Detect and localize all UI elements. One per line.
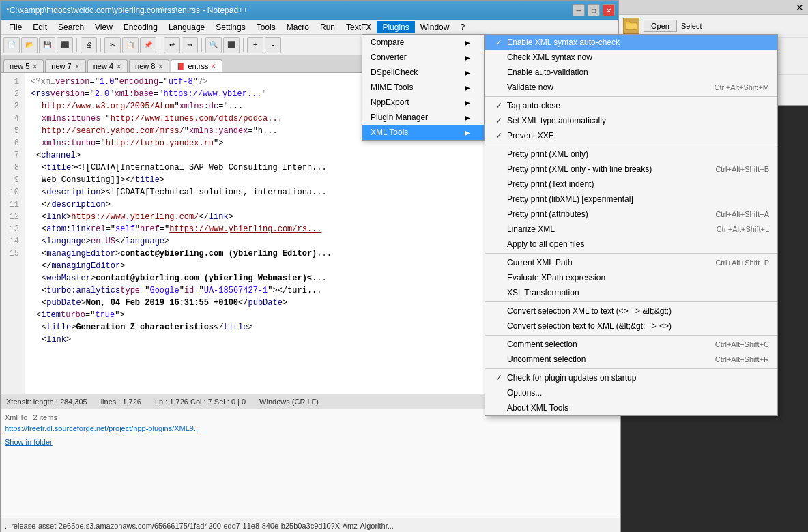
xml-enable-syntax-check[interactable]: ✓ Enable XML syntax auto-check	[485, 35, 777, 50]
separator-5	[243, 38, 244, 52]
menu-file[interactable]: File	[3, 21, 27, 33]
paste-btn[interactable]: 📌	[140, 37, 156, 53]
plugins-xml-tools[interactable]: XML Tools ▶	[362, 125, 484, 140]
tab-enrss[interactable]: 📕 en.rss ✕	[171, 59, 222, 72]
xml-pretty-print-breaks[interactable]: Pretty print (XML only - with line break…	[485, 162, 777, 177]
xml-prevent-xxe[interactable]: ✓ Prevent XXE	[485, 128, 777, 143]
menu-run[interactable]: Run	[315, 21, 341, 33]
plugins-dspellcheck[interactable]: DSpellCheck ▶	[362, 65, 484, 80]
replace-btn[interactable]: ⬛	[223, 37, 240, 53]
menu-window[interactable]: Window	[415, 21, 455, 33]
xml-comment-selection[interactable]: Comment selection Ctrl+Alt+Shift+C	[485, 337, 777, 352]
tab-new8-close[interactable]: ✕	[158, 63, 163, 70]
open-icon	[623, 18, 639, 34]
encoding-info: Windows (CR LF)	[259, 398, 319, 406]
plugins-nppexport[interactable]: NppExport ▶	[362, 95, 484, 110]
menu-plugins[interactable]: Plugins	[377, 21, 414, 33]
separator-1	[76, 38, 77, 52]
menu-tools[interactable]: Tools	[251, 21, 281, 33]
xml-enable-validation[interactable]: Enable auto-validation	[485, 65, 777, 80]
xml-xsl-transform[interactable]: XSL Transformation	[485, 285, 777, 300]
xml-sep-1	[485, 96, 777, 97]
plugins-xml-tools-label: XML Tools	[371, 128, 408, 137]
xml-linarize[interactable]: Linarize XML Ctrl+Alt+Shift+L	[485, 222, 777, 237]
menu-textfx[interactable]: TextFX	[341, 21, 377, 33]
menu-encoding[interactable]: Encoding	[118, 21, 163, 33]
open-button[interactable]: Open	[644, 20, 677, 32]
xml-tag-autoclose[interactable]: ✓ Tag auto-close	[485, 98, 777, 113]
tab-new5[interactable]: new 5 ✕	[3, 59, 44, 72]
line-numbers: 1 2 3 4 5 6 7 8 9 10 11 12 13 14 15	[1, 73, 25, 394]
xml-check-now[interactable]: Check XML syntax now	[485, 50, 777, 65]
menu-macro[interactable]: Macro	[281, 21, 315, 33]
validation-label: Enable auto-validation	[507, 68, 769, 77]
linarize-shortcut: Ctrl+Alt+Shift+L	[717, 225, 769, 233]
separator-2	[100, 38, 101, 52]
pp-attrs-label: Pretty print (attributes)	[507, 209, 702, 219]
menu-edit[interactable]: Edit	[27, 21, 53, 33]
menu-help[interactable]: ?	[454, 21, 470, 33]
tab-enrss-close[interactable]: ✕	[211, 63, 216, 70]
save-btn[interactable]: 💾	[39, 37, 55, 53]
copy-btn[interactable]: 📋	[122, 37, 139, 53]
zoom-out-btn[interactable]: -	[265, 37, 281, 53]
maximize-button[interactable]: □	[588, 4, 600, 16]
show-in-folder-link[interactable]: Show in folder	[5, 438, 53, 446]
zoom-in-btn[interactable]: +	[247, 37, 263, 53]
xml-pretty-print-attrs[interactable]: Pretty print (attributes) Ctrl+Alt+Shift…	[485, 207, 777, 222]
menu-view[interactable]: View	[89, 21, 118, 33]
tab-new4-close[interactable]: ✕	[116, 63, 121, 70]
xml-convert-to-xml[interactable]: Convert selection text to XML (&lt;&gt; …	[485, 319, 777, 334]
xml-pretty-print-only[interactable]: Pretty print (XML only)	[485, 147, 777, 162]
tab-new7-close[interactable]: ✕	[74, 63, 80, 70]
plugins-compare[interactable]: Compare ▶	[362, 35, 484, 50]
xml-validate-now[interactable]: Validate now Ctrl+Alt+Shift+M	[485, 80, 777, 95]
open-btn[interactable]: 📂	[21, 37, 38, 53]
close-button[interactable]: ✕	[603, 4, 615, 16]
xml-pretty-print-libxml[interactable]: Pretty print (libXML) [experimental]	[485, 192, 777, 207]
validate-now-shortcut: Ctrl+Alt+Shift+M	[715, 83, 769, 91]
xml-pretty-print-text[interactable]: Pretty print (Text indent)	[485, 177, 777, 192]
find-btn[interactable]: 🔍	[205, 37, 222, 53]
syntax-check-checkmark: ✓	[493, 38, 504, 47]
xml-apply-all[interactable]: Apply to all open files	[485, 237, 777, 252]
download-link[interactable]: https://freefr.dl.sourceforge.net/projec…	[5, 424, 200, 432]
menu-search[interactable]: Search	[53, 21, 89, 33]
xml-current-path[interactable]: Current XML Path Ctrl+Alt+Shift+P	[485, 255, 777, 270]
tab-new5-close[interactable]: ✕	[32, 63, 38, 70]
cut-btn[interactable]: ✂	[104, 37, 121, 53]
tab-new7[interactable]: new 7 ✕	[45, 59, 85, 72]
dspellcheck-arrow-icon: ▶	[465, 69, 470, 76]
menu-language[interactable]: Language	[163, 21, 210, 33]
undo-btn[interactable]: ↩	[164, 37, 180, 53]
xml-convert-to-text[interactable]: Convert selection XML to text (<> => &lt…	[485, 304, 777, 319]
xml-about[interactable]: About XML Tools	[485, 400, 777, 415]
new-btn[interactable]: 📄	[3, 37, 20, 53]
redo-btn[interactable]: ↪	[182, 37, 198, 53]
plugins-plugin-manager[interactable]: Plugin Manager ▶	[362, 110, 484, 125]
right-panel-close-icon[interactable]: ✕	[796, 2, 804, 13]
xml-set-type-auto[interactable]: ✓ Set XML type automatically	[485, 113, 777, 128]
xml-check-updates[interactable]: ✓ Check for plugin updates on startup	[485, 370, 777, 385]
plugins-mime-tools[interactable]: MIME Tools ▶	[362, 80, 484, 95]
xml-options[interactable]: Options...	[485, 385, 777, 400]
xml-evaluate-xpath[interactable]: Evaluate XPath expression	[485, 270, 777, 285]
xml-uncomment-selection[interactable]: Uncomment selection Ctrl+Alt+Shift+R	[485, 352, 777, 367]
print-btn[interactable]: 🖨	[81, 37, 97, 53]
url-text: ...release-asset-2e65be.s3.amazonaws.com…	[5, 522, 394, 530]
url-bar: ...release-asset-2e65be.s3.amazonaws.com…	[1, 518, 620, 532]
check-updates-checkmark: ✓	[493, 373, 504, 383]
tab-new4[interactable]: new 4 ✕	[87, 59, 128, 72]
tab-new4-label: new 4	[93, 62, 113, 70]
plugins-converter[interactable]: Converter ▶	[362, 50, 484, 65]
plugins-converter-label: Converter	[371, 53, 407, 62]
xml-sep-6	[485, 368, 777, 369]
minimize-button[interactable]: ─	[573, 4, 585, 16]
tab-new8[interactable]: new 8 ✕	[129, 59, 169, 72]
set-type-checkmark: ✓	[493, 116, 504, 125]
menu-settings[interactable]: Settings	[210, 21, 250, 33]
save-all-btn[interactable]: ⬛	[57, 37, 73, 53]
select-group: Select	[681, 22, 804, 30]
xml-sep-4	[485, 301, 777, 302]
plugins-compare-label: Compare	[371, 38, 404, 47]
